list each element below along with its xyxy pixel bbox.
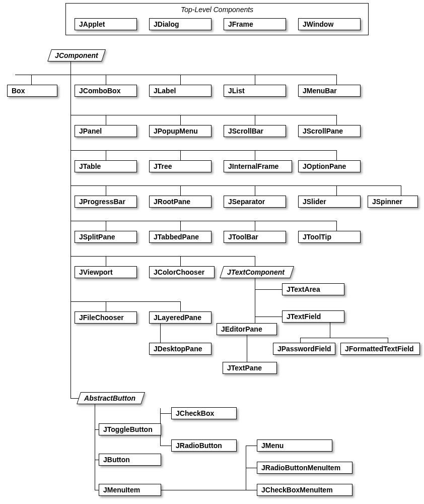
node-jcheckbox: JCheckBox	[171, 407, 237, 419]
node-jcheckboxmenuitem: JCheckBoxMenuItem	[257, 484, 352, 496]
node-joptionpane: JOptionPane	[298, 160, 361, 172]
node-jtextpane: JTextPane	[223, 362, 277, 374]
node-jwindow: JWindow	[298, 18, 361, 30]
label-jtextcomponent: JTextComponent	[227, 267, 285, 278]
connector-lines	[0, 0, 424, 504]
node-jmenuitem: JMenuItem	[99, 484, 161, 496]
node-jpasswordfield: JPasswordField	[273, 343, 335, 355]
node-jviewport: JViewport	[75, 266, 137, 278]
node-jcolorchooser: JColorChooser	[149, 266, 215, 278]
node-jlist: JList	[224, 85, 286, 97]
node-jpopupmenu: JPopupMenu	[149, 125, 211, 137]
node-jtextfield: JTextField	[282, 310, 344, 323]
node-jfilechooser: JFileChooser	[75, 311, 137, 324]
node-jradiobuttonmenuitem: JRadioButtonMenuItem	[257, 462, 352, 474]
node-jinternalframe: JInternalFrame	[224, 160, 292, 172]
node-jseparator: JSeparator	[224, 196, 286, 208]
node-jscrollbar: JScrollBar	[224, 125, 286, 137]
node-jbutton: JButton	[99, 454, 161, 466]
node-jdialog: JDialog	[149, 18, 211, 30]
node-jsplitpane: JSplitPane	[75, 231, 137, 243]
node-jframe: JFrame	[224, 18, 286, 30]
label-abstractbutton: AbstractButton	[84, 393, 135, 404]
node-abstractbutton: AbstractButton	[77, 392, 145, 404]
label-jcomponent: JComponent	[55, 50, 98, 61]
node-jtooltip: JToolTip	[298, 231, 361, 243]
top-level-title: Top-Level Components	[66, 6, 368, 14]
node-japplet: JApplet	[75, 18, 137, 30]
node-jscrollpane: JScrollPane	[298, 125, 361, 137]
swing-hierarchy-diagram: Top-Level Components JApplet JDialog JFr…	[0, 0, 424, 504]
node-jspinner: JSpinner	[368, 196, 418, 208]
node-jeditorpane: JEditorPane	[217, 323, 277, 335]
node-jtextarea: JTextArea	[282, 283, 344, 295]
node-jformattedtextfield: JFormattedTextField	[340, 343, 420, 355]
node-jtabbedpane: JTabbedPane	[149, 231, 211, 243]
node-jprogressbar: JProgressBar	[75, 196, 137, 208]
node-jtextcomponent: JTextComponent	[220, 266, 294, 278]
node-jcombobox: JComboBox	[75, 85, 137, 97]
node-jdesktoppane: JDesktopPane	[149, 343, 211, 355]
node-jmenu: JMenu	[257, 439, 332, 452]
node-jcomponent: JComponent	[47, 49, 106, 61]
node-jrootpane: JRootPane	[149, 196, 211, 208]
node-jradiobutton: JRadioButton	[171, 439, 237, 452]
node-jpanel: JPanel	[75, 125, 137, 137]
node-jtree: JTree	[149, 160, 211, 172]
node-jtogglebutton: JToggleButton	[99, 423, 161, 435]
node-jlabel: JLabel	[149, 85, 211, 97]
node-jtoolbar: JToolBar	[224, 231, 286, 243]
node-jslider: JSlider	[298, 196, 361, 208]
node-jtable: JTable	[75, 160, 137, 172]
node-jlayeredpane: JLayeredPane	[149, 311, 211, 324]
node-jmenubar: JMenuBar	[298, 85, 361, 97]
node-box: Box	[7, 85, 57, 97]
